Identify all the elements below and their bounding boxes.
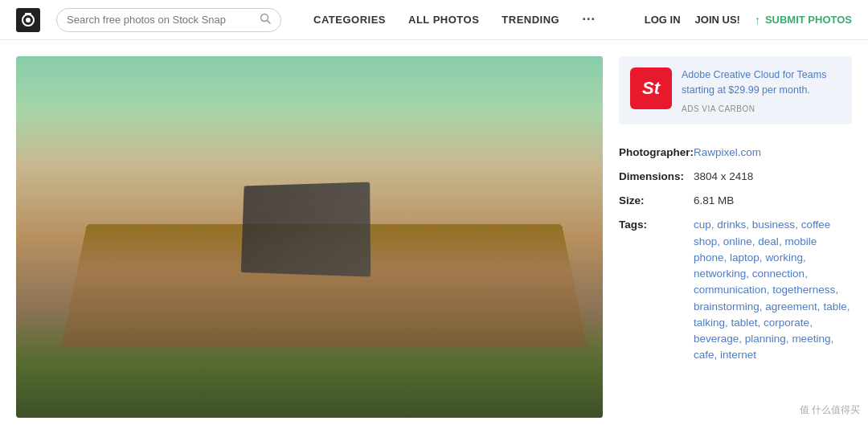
- tag-link[interactable]: drinks: [717, 219, 746, 231]
- photo-section: [16, 56, 603, 418]
- main-content: St Adobe Creative Cloud for Teams starti…: [0, 40, 868, 425]
- tag-link[interactable]: beverage: [694, 333, 739, 345]
- tag-link[interactable]: working: [765, 251, 803, 264]
- tag-link[interactable]: internet: [720, 349, 756, 361]
- tag-link[interactable]: cafe: [694, 349, 714, 361]
- tags-list: cup, drinks, business, coffee shop, onli…: [694, 213, 852, 367]
- nav-all-photos[interactable]: ALL PHOTOS: [408, 14, 479, 26]
- svg-point-2: [26, 18, 31, 22]
- search-input[interactable]: [67, 14, 253, 26]
- size-value: 6.81 MB: [694, 189, 852, 213]
- dimensions-row: Dimensions: 3804 x 2418: [619, 165, 852, 189]
- nav-more[interactable]: ···: [582, 11, 596, 28]
- tag-link[interactable]: tablet: [731, 317, 758, 329]
- tag-link[interactable]: agreement: [765, 300, 817, 313]
- nav-categories[interactable]: CATEGORIES: [313, 14, 386, 26]
- tag-link[interactable]: business: [752, 219, 795, 231]
- site-header: CATEGORIES ALL PHOTOS TRENDING ··· LOG I…: [0, 0, 868, 40]
- ads-via-label: ADS VIA CARBON: [682, 104, 841, 113]
- svg-line-5: [268, 20, 271, 23]
- ad-title[interactable]: Adobe Creative Cloud for Teams starting …: [682, 67, 841, 98]
- tags-row: Tags: cup, drinks, business, coffee shop…: [619, 213, 852, 367]
- search-bar[interactable]: [56, 8, 281, 32]
- photo-scene: [16, 56, 603, 418]
- tag-link[interactable]: online: [723, 235, 752, 247]
- dimensions-label: Dimensions:: [619, 165, 694, 189]
- photographer-link[interactable]: Rawpixel.com: [694, 146, 761, 158]
- tag-link[interactable]: table: [823, 300, 846, 313]
- header-actions: LOG IN JOIN US! ↑ SUBMIT PHOTOS: [645, 14, 852, 27]
- photographer-label: Photographer:: [619, 141, 694, 165]
- size-label: Size:: [619, 189, 694, 213]
- tag-link[interactable]: talking: [694, 317, 725, 329]
- tag-link[interactable]: meeting: [792, 333, 830, 345]
- tag-link[interactable]: deal: [758, 235, 779, 247]
- search-icon: [260, 13, 271, 27]
- tag-link[interactable]: networking: [694, 268, 746, 280]
- tag-link[interactable]: togetherness: [772, 284, 835, 296]
- nav-trending[interactable]: TRENDING: [502, 14, 559, 26]
- tag-link[interactable]: communication: [694, 284, 767, 296]
- photographer-value: Rawpixel.com: [694, 141, 852, 165]
- submit-photos-button[interactable]: ↑ SUBMIT PHOTOS: [755, 14, 852, 27]
- photographer-row: Photographer: Rawpixel.com: [619, 141, 852, 165]
- main-nav: CATEGORIES ALL PHOTOS TRENDING ···: [313, 11, 628, 28]
- ad-box: St Adobe Creative Cloud for Teams starti…: [619, 56, 852, 125]
- tag-link[interactable]: brainstorming: [694, 300, 760, 313]
- svg-rect-3: [25, 13, 31, 15]
- join-button[interactable]: JOIN US!: [695, 14, 740, 26]
- tag-link[interactable]: laptop: [730, 251, 760, 264]
- upload-icon: ↑: [755, 14, 760, 27]
- photo-image: [16, 56, 603, 418]
- tag-link[interactable]: cup: [694, 219, 711, 231]
- tags-label: Tags:: [619, 213, 694, 367]
- adobe-stock-logo: St: [630, 67, 672, 109]
- tag-link[interactable]: planning: [745, 333, 786, 345]
- tag-link[interactable]: corporate: [764, 317, 809, 329]
- photo-metadata: Photographer: Rawpixel.com Dimensions: 3…: [619, 141, 852, 368]
- site-logo[interactable]: [16, 8, 40, 32]
- dimensions-value: 3804 x 2418: [694, 165, 852, 189]
- tag-link[interactable]: connection: [752, 268, 805, 280]
- right-panel: St Adobe Creative Cloud for Teams starti…: [619, 56, 852, 418]
- login-button[interactable]: LOG IN: [645, 14, 681, 26]
- size-row: Size: 6.81 MB: [619, 189, 852, 213]
